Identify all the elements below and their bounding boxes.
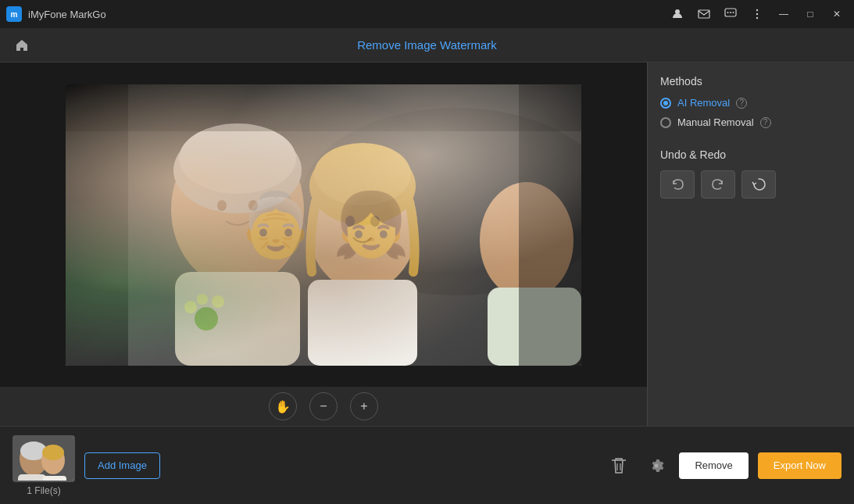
methods-section: Methods AI Removal ? Manual Removal ? [660,75,841,136]
page-title: Remove Image Watermark [34,38,820,52]
svg-point-7 [756,13,758,15]
menu-icon[interactable] [746,3,768,25]
undo-redo-section: Undo & Redo [660,148,841,198]
app-name-label: iMyFone MarkGo [28,9,666,20]
undo-redo-title: Undo & Redo [660,148,841,161]
bottom-panel: 1 File(s) Add Image Remove Export Now [0,426,854,504]
svg-rect-30 [66,84,128,366]
svg-rect-31 [519,84,581,366]
user-icon[interactable] [666,3,688,25]
svg-point-37 [42,445,64,460]
svg-point-28 [480,182,574,299]
undo-button[interactable] [660,170,695,198]
svg-rect-1 [699,10,709,18]
svg-point-16 [248,200,258,211]
hand-tool-button[interactable]: ✋ [269,392,297,420]
app-logo: m [6,6,22,22]
zoom-in-button[interactable]: + [350,392,378,420]
svg-point-25 [184,301,197,313]
export-now-button[interactable]: Export Now [758,452,841,479]
mail-icon[interactable] [693,3,715,25]
settings-button[interactable] [643,452,670,479]
chat-icon[interactable] [720,3,741,25]
svg-point-27 [212,295,224,308]
manual-removal-label: Manual Removal [677,116,754,128]
svg-rect-9 [66,84,581,366]
svg-point-13 [173,127,302,213]
titlebar: m iMyFone MarkGo [0,0,854,28]
svg-point-11 [300,108,581,295]
close-button[interactable]: ✕ [826,3,848,25]
svg-rect-29 [488,288,581,366]
remove-button[interactable]: Remove [679,452,748,479]
svg-point-15 [217,200,227,211]
svg-point-8 [756,17,758,19]
ai-removal-label: AI Removal [677,97,730,109]
add-image-button[interactable]: Add Image [84,452,160,479]
image-panel: ✋ − + [0,63,647,426]
svg-point-22 [370,216,380,227]
svg-point-20 [314,143,411,206]
thumbnail-image [14,437,73,481]
ai-removal-option[interactable]: AI Removal ? [660,97,841,109]
ai-removal-help-icon[interactable]: ? [736,98,747,109]
manual-removal-help-icon[interactable]: ? [760,117,771,128]
minimize-button[interactable]: — [773,3,795,25]
svg-point-26 [197,294,208,305]
methods-title: Methods [660,75,841,88]
svg-rect-38 [18,474,46,482]
svg-point-14 [179,123,296,194]
delete-button[interactable] [604,451,634,481]
image-toolbar: ✋ − + [0,387,647,426]
titlebar-controls: — □ ✕ [666,3,848,25]
svg-point-21 [345,216,355,227]
svg-point-6 [756,9,758,11]
content-area: ✋ − + Methods AI Removal ? [0,63,854,426]
svg-point-19 [309,147,416,225]
file-count-label: 1 File(s) [27,485,60,496]
manual-removal-radio[interactable] [660,117,671,128]
svg-point-5 [733,12,734,13]
thumbnail [13,435,75,482]
svg-point-4 [730,12,731,13]
svg-point-18 [308,159,417,291]
home-button[interactable] [9,33,34,58]
refresh-button[interactable] [741,170,776,198]
svg-point-24 [195,307,218,331]
svg-point-3 [727,12,729,13]
manual-removal-option[interactable]: Manual Removal ? [660,116,841,128]
maximize-button[interactable]: □ [799,3,821,25]
undo-redo-buttons [660,170,841,198]
zoom-out-button[interactable]: − [309,392,338,420]
image-viewer [0,63,647,387]
main-image [66,84,581,366]
redo-button[interactable] [701,170,735,198]
right-panel: Methods AI Removal ? Manual Removal ? Un… [647,63,854,426]
svg-rect-17 [175,272,300,366]
svg-point-12 [171,131,304,288]
thumbnail-wrapper: 1 File(s) [13,435,75,496]
svg-rect-39 [43,476,66,482]
app-wrapper: ✋ − + Methods AI Removal ? [0,63,854,504]
svg-rect-23 [308,280,417,366]
svg-rect-32 [66,84,581,131]
svg-rect-10 [66,84,581,366]
navbar: Remove Image Watermark [0,28,854,63]
ai-removal-radio[interactable] [660,98,671,109]
